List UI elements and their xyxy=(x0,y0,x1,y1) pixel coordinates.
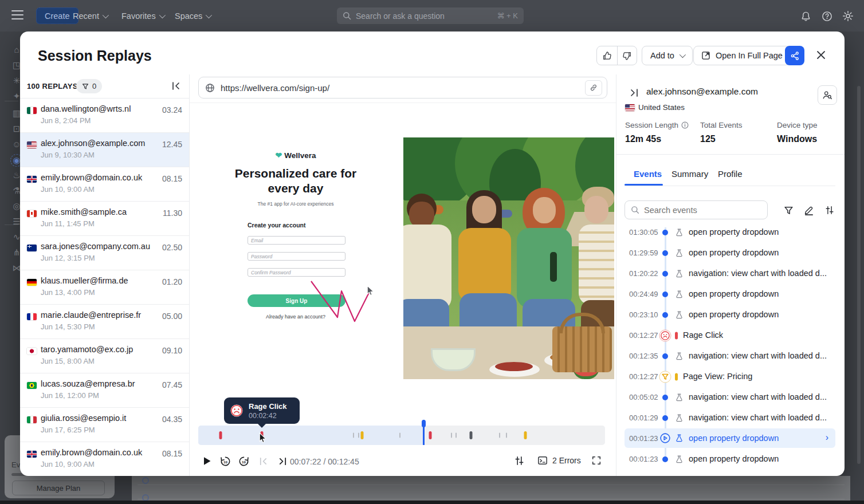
collapse-list-icon[interactable] xyxy=(171,81,182,92)
country-flag xyxy=(27,382,37,389)
timeline-marker-tick[interactable] xyxy=(499,433,500,438)
skip-next-button[interactable] xyxy=(275,456,290,466)
event-time: 01:29:59 xyxy=(629,249,658,257)
event-type-icon xyxy=(675,311,684,320)
replay-email: klaus.mueller@firma.de xyxy=(41,276,128,285)
replay-email: mike.smith@sample.ca xyxy=(41,207,127,216)
event-row[interactable]: 00:05:02 navigation: view chart with loa… xyxy=(625,387,835,408)
share-button[interactable] xyxy=(785,46,804,65)
replay-list-item[interactable]: emily.brown@domain.co.uk Jun 10, 9:00 AM… xyxy=(20,167,189,202)
country-flag xyxy=(27,141,37,148)
settings-gear-icon[interactable] xyxy=(842,10,854,22)
replay-email: giulia.rossi@esempio.it xyxy=(41,414,126,423)
copy-link-button[interactable] xyxy=(585,80,602,96)
event-row[interactable]: 01:20:22 navigation: view chart with loa… xyxy=(625,263,835,284)
timeline-playhead[interactable] xyxy=(423,420,425,445)
timeline-marker-tick[interactable] xyxy=(506,433,507,438)
close-icon[interactable] xyxy=(815,49,828,62)
favorites-menu[interactable]: Favorites xyxy=(121,7,164,24)
global-search[interactable]: Search or ask a question ⌘ + K xyxy=(337,7,524,24)
timeline-marker-tick[interactable] xyxy=(455,433,457,438)
timeline-marker-dark[interactable] xyxy=(469,431,472,439)
recent-menu[interactable]: Recent xyxy=(73,7,107,24)
event-node-icon xyxy=(662,353,668,359)
replay-email: taro.yamamoto@ex.co.jp xyxy=(41,345,133,354)
event-type-icon xyxy=(675,249,684,258)
timeline-marker-tick[interactable] xyxy=(399,433,400,438)
replay-date: Jun 10, 9:00 AM xyxy=(41,460,95,468)
thumbs-up-button[interactable] xyxy=(597,46,617,65)
event-type-icon xyxy=(675,373,678,381)
highlight-events-icon[interactable] xyxy=(803,204,815,216)
timeline-marker-tick[interactable] xyxy=(451,433,452,438)
collapse-panel-icon[interactable] xyxy=(629,88,641,99)
replay-duration: 12.45 xyxy=(162,140,182,149)
replay-list-item[interactable]: klaus.mueller@firma.de Jun 13, 4:00 PM 0… xyxy=(20,270,189,305)
forward-10-button[interactable]: 10 xyxy=(236,455,251,467)
replay-list-item[interactable]: giulia.rossi@esempio.it Jun 17, 6:25 PM … xyxy=(20,408,189,442)
timeline-marker-red[interactable] xyxy=(219,431,222,439)
event-row[interactable]: 00:23:10 open property dropdown › xyxy=(625,305,835,325)
timeline-marker-yellow[interactable] xyxy=(361,431,364,439)
add-to-button[interactable]: Add to xyxy=(642,46,693,65)
event-settings-icon[interactable] xyxy=(823,204,836,216)
event-row[interactable]: 00:24:49 open property dropdown › xyxy=(625,284,835,305)
console-errors-button[interactable]: 2 Errors xyxy=(537,455,581,466)
open-full-page-button[interactable]: Open In Full Page xyxy=(693,46,791,65)
timeline-marker-tick[interactable] xyxy=(358,433,359,438)
replay-list-item[interactable]: marie.claude@entreprise.fr Jun 14, 5:30 … xyxy=(20,305,189,339)
event-type-icon xyxy=(675,270,684,278)
event-row[interactable]: 01:29:59 open property dropdown › xyxy=(625,243,835,263)
replay-list-item[interactable]: sara.jones@company.com.au Jun 12, 3:15 P… xyxy=(20,236,189,270)
event-label: open property dropdown xyxy=(689,454,779,463)
help-icon[interactable] xyxy=(820,10,833,22)
timeline-marker-yellow[interactable] xyxy=(524,431,527,439)
thumbs-down-button[interactable] xyxy=(617,46,637,65)
playback-settings-icon[interactable] xyxy=(512,455,527,466)
event-row[interactable]: 00:12:27 Rage Click › xyxy=(625,325,835,346)
tab-profile[interactable]: Profile xyxy=(718,169,743,179)
country-flag xyxy=(27,451,37,458)
event-row[interactable]: 00:12:27 Page View: Pricing › xyxy=(625,367,835,387)
rewind-10-button[interactable]: 10 xyxy=(218,455,233,467)
external-link-icon xyxy=(701,51,710,60)
replay-duration: 08.15 xyxy=(162,174,182,183)
timeline-marker-tick[interactable] xyxy=(353,433,354,438)
search-events-field[interactable] xyxy=(625,200,768,219)
create-button[interactable]: Create xyxy=(36,7,78,24)
share-icon xyxy=(790,51,800,61)
view-user-profile-button[interactable] xyxy=(818,85,837,105)
event-row[interactable]: 00:01:23 open property dropdown › xyxy=(625,428,835,448)
search-events-input[interactable] xyxy=(644,206,747,215)
replay-list-item[interactable]: emily.brown@domain.co.uk Jun 10, 9:00 AM… xyxy=(20,442,189,476)
fullscreen-icon[interactable] xyxy=(589,455,604,466)
tab-summary[interactable]: Summary xyxy=(671,169,708,179)
filter-chip[interactable]: 0 xyxy=(76,79,102,93)
event-row[interactable]: 00:01:29 navigation: view chart with loa… xyxy=(625,408,835,428)
manage-plan-button[interactable]: Manage Plan xyxy=(12,481,105,495)
tab-events[interactable]: Events xyxy=(634,169,662,179)
replay-email: alex.johnson@example.com xyxy=(41,139,145,148)
globe-icon xyxy=(205,83,215,93)
event-row[interactable]: 00:12:35 navigation: view chart with loa… xyxy=(625,346,835,367)
replay-duration: 08.15 xyxy=(162,449,182,458)
divider xyxy=(5,101,18,101)
filter-events-icon[interactable] xyxy=(782,204,795,216)
event-row[interactable]: 00:01:23 open property dropdown › xyxy=(625,449,835,470)
chevron-down-icon xyxy=(206,11,212,18)
replay-list-item[interactable]: taro.yamamoto@ex.co.jp Jun 15, 8:00 AM 0… xyxy=(20,339,189,373)
replay-list-item[interactable]: alex.johnson@example.com Jun 9, 10:30 AM… xyxy=(20,133,189,167)
event-row[interactable]: 01:30:05 open property dropdown › xyxy=(625,222,835,243)
spaces-menu[interactable]: Spaces xyxy=(175,7,210,24)
replay-list-item[interactable]: mike.smith@sample.ca Jun 11, 1:45 PM 11.… xyxy=(20,202,189,236)
replay-list-item[interactable]: lucas.souza@empresa.br Jun 16, 12:00 PM … xyxy=(20,373,189,408)
skip-previous-button[interactable] xyxy=(256,456,270,466)
timeline-marker-red[interactable] xyxy=(429,431,431,439)
event-label: open property dropdown xyxy=(689,310,779,319)
replay-date: Jun 11, 1:45 PM xyxy=(41,219,95,228)
menu-icon[interactable] xyxy=(11,10,23,20)
replay-list-item[interactable]: dana.wellington@wrts.nl Jun 8, 2:04 PM 0… xyxy=(20,99,189,133)
play-button[interactable] xyxy=(199,456,214,466)
replay-date: Jun 13, 4:00 PM xyxy=(41,288,95,297)
notifications-bell-icon[interactable] xyxy=(799,10,812,22)
